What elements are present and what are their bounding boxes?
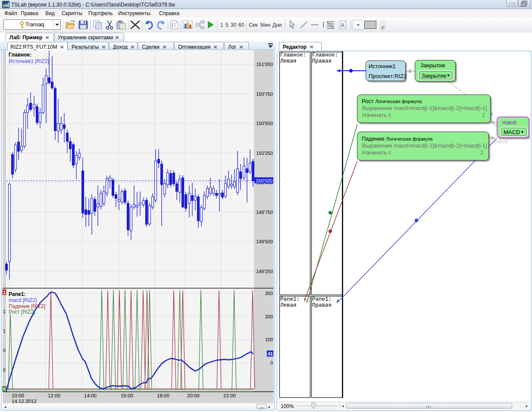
svg-text:Pane1:: Pane1: — [312, 296, 332, 302]
svg-text:0: 0 — [3, 348, 6, 353]
svg-text:Левая: Левая — [280, 58, 297, 64]
svg-text:14.12.2012: 14.12.2012 — [12, 399, 37, 404]
svg-text:Падение [RIZ2]: Падение [RIZ2] — [9, 303, 45, 309]
svg-text:18:00: 18:00 — [157, 393, 169, 398]
svg-text:149'500: 149'500 — [256, 239, 273, 244]
svg-text:1: 1 — [3, 309, 6, 314]
svg-text:12:00: 12:00 — [48, 393, 60, 398]
svg-text:Главное:: Главное: — [312, 52, 338, 58]
svg-text:Главное:: Главное: — [280, 52, 306, 58]
svg-text:Источник1 [RIZ2]: Источник1 [RIZ2] — [9, 58, 49, 64]
svg-text:41: 41 — [268, 351, 273, 356]
svg-text:16:00: 16:00 — [121, 393, 133, 398]
svg-text:Главное:: Главное: — [9, 52, 31, 58]
svg-text:Рост [RIZ2]: Рост [RIZ2] — [9, 309, 35, 315]
svg-text:14:00: 14:00 — [84, 393, 97, 398]
svg-text:1: 1 — [3, 290, 6, 295]
svg-text:200: 200 — [265, 314, 273, 319]
svg-text:0: 0 — [270, 360, 273, 365]
svg-text:Pane1:: Pane1: — [9, 291, 25, 297]
svg-text:150'500: 150'500 — [256, 121, 273, 126]
svg-text:150'750: 150'750 — [256, 91, 273, 97]
svg-text:150'020: 150'020 — [256, 178, 272, 183]
svg-text:0: 0 — [3, 387, 6, 392]
svg-text:0: 0 — [3, 368, 6, 373]
svg-text:22:00: 22:00 — [223, 393, 236, 398]
svg-text:Левая: Левая — [280, 302, 297, 308]
svg-text:149'750: 149'750 — [256, 210, 273, 215]
svg-text:A: A — [341, 22, 345, 28]
svg-text:1: 1 — [3, 329, 6, 333]
svg-text:151'000: 151'000 — [256, 62, 273, 67]
svg-text:macd [RIZ2]: macd [RIZ2] — [9, 297, 37, 303]
svg-text:Pane1:: Pane1: — [280, 296, 300, 302]
svg-text:Правая: Правая — [312, 302, 332, 308]
svg-text:20:00: 20:00 — [187, 393, 200, 398]
svg-text:150'250: 150'250 — [256, 151, 273, 156]
svg-text:300: 300 — [265, 291, 273, 296]
svg-text:Правая: Правая — [312, 58, 332, 64]
svg-text:149'250: 149'250 — [256, 269, 273, 274]
svg-text:10:00: 10:00 — [12, 393, 24, 398]
svg-text:100: 100 — [265, 337, 273, 342]
